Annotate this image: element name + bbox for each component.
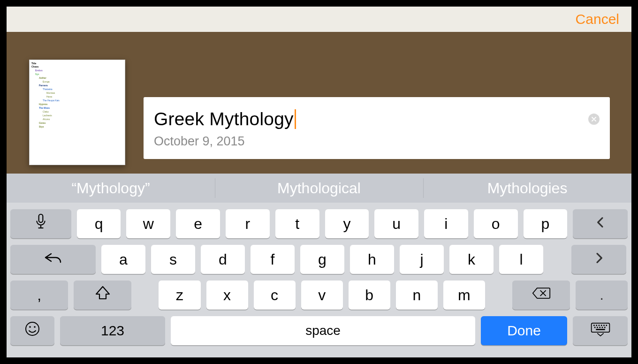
chevron-left-icon xyxy=(593,215,608,233)
thumbnail-line: Geras xyxy=(31,121,123,125)
key-h[interactable]: h xyxy=(350,245,394,274)
key-y[interactable]: y xyxy=(325,209,369,238)
backspace-key[interactable] xyxy=(512,281,570,310)
svg-point-3 xyxy=(26,322,39,335)
key-p[interactable]: p xyxy=(524,209,568,238)
keyboard-hide-icon xyxy=(590,322,611,340)
thumbnail-line: Aether xyxy=(31,76,123,80)
svg-rect-7 xyxy=(593,325,595,326)
svg-rect-12 xyxy=(606,325,607,326)
title-input[interactable]: Greek Mythology xyxy=(154,109,294,129)
suggestion-1[interactable]: “Mythology” xyxy=(7,174,215,203)
cancel-button[interactable]: Cancel xyxy=(576,11,619,27)
key-f[interactable]: f xyxy=(251,245,295,274)
rename-card: Greek Mythology October 9, 2015 xyxy=(144,97,610,159)
thumbnail-line: Alcono xyxy=(31,117,123,121)
key-r[interactable]: r xyxy=(226,209,270,238)
key-i[interactable]: i xyxy=(424,209,468,238)
text-caret xyxy=(295,109,296,129)
numbers-key[interactable]: 123 xyxy=(60,316,165,345)
key-z[interactable]: z xyxy=(159,281,200,310)
key-o[interactable]: o xyxy=(474,209,518,238)
keyboard-row-1: q w e r t y u i o p xyxy=(10,209,628,238)
key-c[interactable]: c xyxy=(254,281,296,310)
clear-text-button[interactable] xyxy=(588,114,600,125)
svg-point-5 xyxy=(34,326,36,328)
screen: Cancel Title ChaosErebusNyxAetherEungaPa… xyxy=(7,7,631,357)
thumbnail-line: Erebus xyxy=(31,68,123,72)
key-v[interactable]: v xyxy=(301,281,343,310)
keyboard-row-2: a s d f g h j k l xyxy=(10,245,628,274)
key-j[interactable]: j xyxy=(400,245,444,274)
keyboard-row-3: , z x c v b n m xyxy=(10,281,628,310)
svg-rect-11 xyxy=(603,325,605,326)
suggestion-3[interactable]: Mythologies xyxy=(423,174,631,203)
key-comma[interactable]: , xyxy=(10,281,68,310)
thumbnail-line: Hypnos xyxy=(31,102,123,106)
key-g[interactable]: g xyxy=(300,245,344,274)
svg-rect-16 xyxy=(601,326,603,328)
keyboard-row-4: 123 space Done xyxy=(10,316,628,345)
svg-rect-13 xyxy=(594,326,595,328)
undo-icon xyxy=(44,250,62,268)
svg-rect-17 xyxy=(604,326,605,328)
keyboard: q w e r t y u i o p xyxy=(7,203,631,357)
shift-key[interactable] xyxy=(74,281,131,310)
thumbnail-line: The Heupa Kais xyxy=(31,99,123,102)
thumbnail-line: Monnea xyxy=(31,91,123,95)
key-b[interactable]: b xyxy=(349,281,390,310)
space-key[interactable]: space xyxy=(171,316,475,345)
thumbnail-line: Nyx xyxy=(31,72,123,76)
smile-icon xyxy=(24,321,40,341)
microphone-icon xyxy=(35,213,47,234)
thumbnail-line: Clako xyxy=(31,110,123,114)
document-thumbnail[interactable]: Title ChaosErebusNyxAetherEungaParneraTh… xyxy=(29,60,125,165)
svg-rect-8 xyxy=(596,325,597,326)
key-k[interactable]: k xyxy=(449,245,494,274)
thumbnail-line: Chaos xyxy=(31,65,123,68)
quicktype-bar: “Mythology” Mythological Mythologies xyxy=(7,174,631,203)
key-period[interactable]: . xyxy=(576,281,628,310)
dictation-key[interactable] xyxy=(10,209,71,238)
document-date: October 9, 2015 xyxy=(154,134,600,149)
cursor-left-key[interactable] xyxy=(573,209,628,238)
backspace-icon xyxy=(532,286,551,304)
key-m[interactable]: m xyxy=(443,281,485,310)
thumbnail-line: Parnera xyxy=(31,83,123,87)
key-n[interactable]: n xyxy=(396,281,438,310)
key-s[interactable]: s xyxy=(151,245,195,274)
key-d[interactable]: d xyxy=(201,245,245,274)
key-l[interactable]: l xyxy=(499,245,543,274)
thumbnail-line: Styx xyxy=(31,125,123,129)
key-e[interactable]: e xyxy=(176,209,220,238)
chevron-right-icon xyxy=(592,250,607,269)
thumbnail-outline: ChaosErebusNyxAetherEungaParneraThataska… xyxy=(31,65,123,129)
close-icon xyxy=(592,115,596,123)
thumbnail-line: Eunga xyxy=(31,80,123,83)
svg-rect-9 xyxy=(598,325,600,326)
hide-keyboard-key[interactable] xyxy=(573,316,628,345)
cursor-right-key[interactable] xyxy=(571,245,626,274)
navbar: Cancel xyxy=(7,7,631,32)
emoji-key[interactable] xyxy=(10,316,54,345)
svg-rect-14 xyxy=(597,326,598,328)
suggestion-2[interactable]: Mythological xyxy=(215,174,423,203)
shift-icon xyxy=(94,285,111,305)
undo-key[interactable] xyxy=(10,245,96,274)
done-key[interactable]: Done xyxy=(481,316,567,345)
key-u[interactable]: u xyxy=(374,209,418,238)
key-w[interactable]: w xyxy=(126,209,170,238)
key-a[interactable]: a xyxy=(101,245,145,274)
svg-rect-15 xyxy=(599,326,600,328)
svg-point-4 xyxy=(29,326,31,328)
thumbnail-line: Thataska xyxy=(31,87,123,91)
title-input-row[interactable]: Greek Mythology xyxy=(154,109,600,129)
key-t[interactable]: t xyxy=(275,209,319,238)
svg-rect-0 xyxy=(38,214,43,222)
svg-rect-10 xyxy=(600,325,602,326)
svg-rect-18 xyxy=(596,329,605,330)
thumbnail-line: Hana xyxy=(31,95,123,99)
thumbnail-line: The Moes xyxy=(31,106,123,110)
key-q[interactable]: q xyxy=(77,209,121,238)
key-x[interactable]: x xyxy=(206,281,248,310)
